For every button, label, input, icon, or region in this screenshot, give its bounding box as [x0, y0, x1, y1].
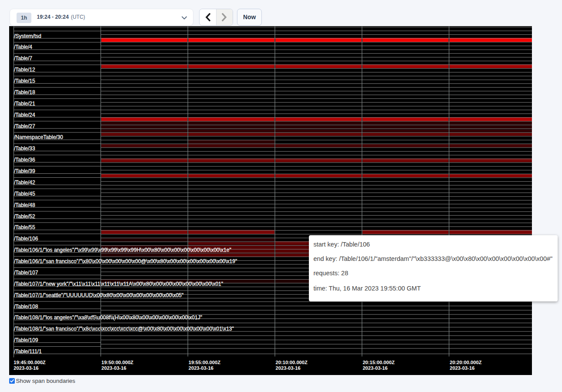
svg-text:19:50:00.000Z: 19:50:00.000Z — [102, 360, 134, 365]
svg-text:/Table/108/1/"san francisco"/": /Table/108/1/"san francisco"/"\x8c\xcc\x… — [14, 326, 234, 332]
svg-text:/Table/39: /Table/39 — [14, 168, 35, 174]
svg-text:/Table/106: /Table/106 — [14, 236, 38, 242]
svg-text:20:15:00.000Z: 20:15:00.000Z — [362, 360, 395, 365]
svg-text:/Table/4: /Table/4 — [14, 44, 32, 50]
svg-text:/Table/36: /Table/36 — [14, 157, 35, 163]
svg-text:/Table/106/1/"los angeles"/"\x: /Table/106/1/"los angeles"/"\x99\x99\x99… — [14, 247, 231, 253]
svg-text:20:20:00.000Z: 20:20:00.000Z — [450, 360, 482, 365]
svg-text:2023-03-16: 2023-03-16 — [362, 365, 387, 371]
svg-text:/Table/27: /Table/27 — [14, 123, 35, 129]
svg-text:/Table/109: /Table/109 — [14, 337, 38, 343]
svg-text:/Table/42: /Table/42 — [14, 179, 35, 186]
svg-text:2023-03-16: 2023-03-16 — [450, 365, 474, 371]
svg-text:20:10:00.000Z: 20:10:00.000Z — [276, 360, 308, 365]
svg-text:19:45:00.000Z: 19:45:00.000Z — [14, 360, 46, 365]
svg-text:/Table/21: /Table/21 — [14, 101, 35, 107]
svg-text:/Table/15: /Table/15 — [14, 78, 35, 84]
svg-text:/Table/107/1/"new york"/"\x11\: /Table/107/1/"new york"/"\x11\x11\x11\x1… — [14, 281, 223, 287]
svg-text:/Table/45: /Table/45 — [14, 191, 35, 197]
svg-text:2023-03-16: 2023-03-16 — [276, 365, 301, 371]
svg-text:/Table/111/1: /Table/111/1 — [14, 348, 42, 355]
svg-text:2023-03-16: 2023-03-16 — [14, 365, 38, 371]
svg-text:/Table/33: /Table/33 — [14, 145, 35, 152]
svg-text:/Table/48: /Table/48 — [14, 202, 35, 208]
svg-text:/Table/106/1/"san francisco"/": /Table/106/1/"san francisco"/"\x80\x00\x… — [14, 258, 237, 264]
svg-text:/Table/12: /Table/12 — [14, 67, 35, 73]
svg-text:/Table/107/1/"seattle"/"UUUUUU: /Table/107/1/"seattle"/"UUUUUUD\x00\x80\… — [14, 292, 183, 298]
svg-text:/Table/18: /Table/18 — [14, 89, 35, 95]
svg-text:2023-03-16: 2023-03-16 — [189, 365, 213, 371]
svg-text:/Table/108/1/"los angeles"/"\x: /Table/108/1/"los angeles"/"\xa8\xf5\u00… — [14, 314, 202, 321]
svg-text:/Table/108: /Table/108 — [14, 304, 38, 310]
svg-text:/Table/55: /Table/55 — [14, 224, 35, 230]
svg-text:/NamespaceTable/30: /NamespaceTable/30 — [14, 134, 63, 140]
svg-text:/System/tsd: /System/tsd — [14, 33, 41, 39]
svg-text:19:55:00.000Z: 19:55:00.000Z — [189, 360, 221, 365]
svg-text:2023-03-16: 2023-03-16 — [102, 365, 126, 371]
svg-text:/Table/107: /Table/107 — [14, 270, 38, 276]
svg-text:/Table/7: /Table/7 — [14, 55, 32, 61]
svg-text:/Table/52: /Table/52 — [14, 213, 35, 220]
svg-text:/Table/24: /Table/24 — [14, 112, 35, 118]
